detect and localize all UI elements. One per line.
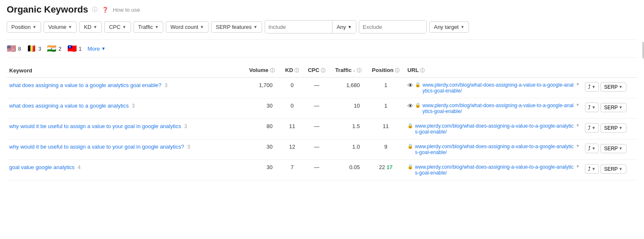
url-expand-arrow[interactable]: ▼ [576, 144, 580, 148]
country-in[interactable]: 🇮🇳 2 [47, 44, 61, 53]
filter-kd[interactable]: KD ▼ [79, 21, 102, 33]
serp-dropdown-arrow[interactable]: ▼ [618, 167, 623, 171]
serp-dropdown-arrow[interactable]: ▼ [618, 85, 623, 89]
url-link[interactable]: www.plerdy.com/blog/what-does-assigning-… [422, 82, 574, 94]
serp-button[interactable]: SERP ▼ [600, 123, 627, 133]
any-target-arrow: ▼ [460, 25, 464, 29]
trend-icon: ⤴ [588, 125, 591, 131]
how-to-use-link[interactable]: How to use [113, 7, 140, 13]
volume-info-icon: ⓘ [270, 68, 275, 73]
filter-cpc[interactable]: CPC ▼ [104, 21, 131, 33]
col-header-keyword: Keyword [7, 64, 229, 77]
cpc-cell: — [303, 139, 330, 160]
url-link[interactable]: www.plerdy.com/blog/what-does-assigning-… [415, 123, 574, 135]
lock-icon: 🔒 [415, 82, 421, 87]
trend-dropdown-arrow[interactable]: ▼ [592, 126, 596, 130]
exclude-input[interactable] [359, 21, 426, 33]
country-us[interactable]: 🇺🇸 8 [7, 44, 21, 53]
volume-cell: 1,700 [229, 77, 281, 98]
actions-cell: ⤴ ▼ SERP ▼ [582, 139, 637, 160]
url-cell: 🔒www.plerdy.com/blog/what-does-assigning… [405, 119, 582, 139]
trend-button[interactable]: ⤴ ▼ [585, 103, 599, 112]
keyword-link[interactable]: what does assigning a value to a google … [9, 82, 162, 88]
scrollbar[interactable] [642, 42, 644, 59]
word-count: 3 [185, 144, 190, 150]
eye-icon[interactable]: 👁 [407, 103, 413, 109]
col-header-actions [582, 64, 637, 77]
volume-cell: 30 [229, 98, 281, 119]
filter-volume-arrow: ▼ [68, 25, 72, 29]
col-header-traffic[interactable]: Traffic ↓ ⓘ [330, 64, 366, 77]
kd-info-icon: ⓘ [294, 68, 299, 73]
url-link[interactable]: www.plerdy.com/blog/what-does-assigning-… [415, 144, 574, 155]
url-link[interactable]: www.plerdy.com/blog/what-does-assigning-… [415, 164, 574, 176]
serp-button[interactable]: SERP ▼ [600, 82, 627, 92]
position-alt-value: 17 [386, 164, 392, 170]
keyword-link[interactable]: what does assigning a value to a google … [9, 103, 129, 109]
filter-word-count-arrow: ▼ [200, 25, 204, 29]
traffic-cell: 1,680 [330, 77, 366, 98]
col-header-position: Position ⓘ [366, 64, 405, 77]
country-be[interactable]: 🇧🇪 3 [27, 44, 41, 53]
position-value: 22 [379, 164, 386, 170]
trend-button[interactable]: ⤴ ▼ [585, 123, 599, 133]
keyword-link[interactable]: why would it be useful to assign a value… [9, 144, 184, 150]
serp-button[interactable]: SERP ▼ [600, 144, 627, 153]
url-expand-arrow[interactable]: ▼ [576, 123, 580, 128]
position-cell: 11 [366, 119, 405, 139]
url-expand-arrow[interactable]: ▼ [576, 103, 580, 107]
cpc-cell: — [303, 160, 330, 180]
serp-dropdown-arrow[interactable]: ▼ [618, 105, 623, 110]
url-expand-arrow[interactable]: ▼ [576, 82, 580, 87]
url-cell: 🔒www.plerdy.com/blog/what-does-assigning… [405, 139, 582, 160]
include-input[interactable] [265, 21, 332, 33]
more-countries-button[interactable]: More ▼ [88, 46, 106, 52]
kd-cell: 0 [281, 98, 303, 119]
actions-cell: ⤴ ▼ SERP ▼ [582, 119, 637, 139]
serp-dropdown-arrow[interactable]: ▼ [618, 146, 623, 151]
eye-icon[interactable]: 👁 [407, 82, 413, 89]
trend-dropdown-arrow[interactable]: ▼ [592, 146, 596, 151]
trend-button[interactable]: ⤴ ▼ [585, 144, 599, 153]
trend-button[interactable]: ⤴ ▼ [585, 82, 599, 92]
position-cell: 1 [366, 98, 405, 119]
keyword-cell: what does assigning a value to a google … [7, 98, 229, 119]
trend-dropdown-arrow[interactable]: ▼ [592, 105, 596, 110]
filter-serp-features[interactable]: SERP features ▼ [211, 21, 262, 33]
serp-dropdown-arrow[interactable]: ▼ [618, 126, 623, 130]
keyword-cell: why would it be useful to assign a value… [7, 139, 229, 160]
position-info-icon: ⓘ [395, 68, 399, 73]
more-arrow: ▼ [101, 46, 106, 51]
trend-dropdown-arrow[interactable]: ▼ [592, 85, 596, 89]
country-in-count: 2 [58, 46, 61, 52]
filter-any-target[interactable]: Any target ▼ [429, 21, 469, 33]
any-button[interactable]: Any ▼ [332, 21, 356, 33]
keyword-link[interactable]: why would it be useful to assign a value… [9, 123, 181, 129]
traffic-info-icon: ⓘ [357, 68, 361, 73]
volume-cell: 80 [229, 119, 281, 139]
filter-traffic[interactable]: Traffic ▼ [134, 21, 163, 33]
url-link[interactable]: www.plerdy.com/blog/what-does-assigning-… [422, 103, 574, 114]
col-header-kd: KD ⓘ [281, 64, 303, 77]
serp-button[interactable]: SERP ▼ [600, 164, 627, 174]
traffic-cell: 10 [330, 98, 366, 119]
filter-volume[interactable]: Volume ▼ [44, 21, 77, 33]
filter-serp-features-arrow: ▼ [253, 25, 258, 29]
traffic-cell: 1.0 [330, 139, 366, 160]
filter-word-count[interactable]: Word count ▼ [166, 21, 209, 33]
filter-position[interactable]: Position ▼ [7, 21, 41, 33]
country-filter-bar: 🇺🇸 8 🇧🇪 3 🇮🇳 2 🇹🇼 1 More ▼ [7, 39, 637, 58]
url-cell: 👁🔒www.plerdy.com/blog/what-does-assignin… [405, 98, 582, 119]
flag-us: 🇺🇸 [7, 44, 16, 53]
table-row: goal value google analytics 4307—0.0522 … [7, 160, 637, 180]
country-us-count: 8 [18, 46, 21, 52]
trend-button[interactable]: ⤴ ▼ [585, 164, 599, 174]
country-tw-count: 1 [79, 46, 82, 52]
keyword-link[interactable]: goal value google analytics [9, 164, 75, 170]
country-tw[interactable]: 🇹🇼 1 [67, 44, 82, 53]
url-expand-arrow[interactable]: ▼ [576, 164, 580, 169]
serp-button[interactable]: SERP ▼ [600, 103, 627, 112]
kd-cell: 0 [281, 77, 303, 98]
trend-dropdown-arrow[interactable]: ▼ [592, 167, 596, 171]
position-cell: 1 [366, 77, 405, 98]
